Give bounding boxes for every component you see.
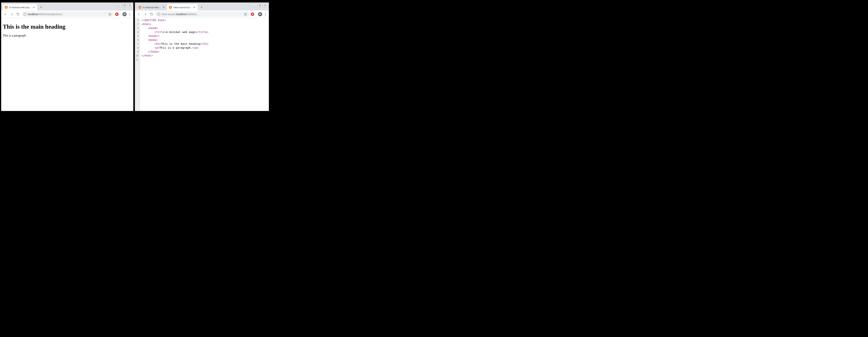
site-info-icon[interactable]: i xyxy=(157,13,160,16)
bookmark-star-icon[interactable] xyxy=(244,12,247,16)
line-number: 2 xyxy=(135,22,138,26)
source-line: </html> xyxy=(142,54,209,58)
svg-point-8 xyxy=(129,15,130,16)
line-number: 6 xyxy=(135,38,138,42)
svg-point-6 xyxy=(129,13,130,13)
svg-rect-2 xyxy=(124,4,125,6)
toolbar-separator xyxy=(256,12,256,16)
window-controls xyxy=(117,3,132,7)
svg-point-16 xyxy=(265,13,266,13)
line-number: 10 xyxy=(135,54,138,58)
window-maximize-button[interactable] xyxy=(122,3,127,7)
svg-point-18 xyxy=(265,15,266,16)
toolbar: i localhost:8000/examples/exa… M xyxy=(1,10,133,18)
reload-button[interactable] xyxy=(15,11,21,17)
tab-strip: A minimal web p ✕ view-source:loca ✕ + xyxy=(135,3,269,10)
tab-minimal-web-page[interactable]: A minimal web page ✕ xyxy=(3,4,37,10)
tab-close-icon[interactable]: ✕ xyxy=(162,6,165,9)
url-text: view-source:localhost:8000/ex… xyxy=(162,13,242,16)
browser-window-right: A minimal web p ✕ view-source:loca ✕ + xyxy=(135,2,269,111)
tab-view-source[interactable]: view-source:loca ✕ xyxy=(167,4,198,10)
page-paragraph: This is a paragraph. xyxy=(3,34,132,37)
window-close-button[interactable] xyxy=(127,3,132,7)
line-number: 11 xyxy=(135,58,138,62)
tab-title: view-source:loca xyxy=(174,6,192,9)
window-minimize-button[interactable] xyxy=(252,3,257,7)
line-number: 5 xyxy=(135,34,138,38)
svg-marker-5 xyxy=(108,13,111,16)
address-bar[interactable]: i view-source:localhost:8000/ex… xyxy=(155,11,249,17)
line-number: 4 xyxy=(135,30,138,34)
toolbar: i view-source:localhost:8000/ex… M xyxy=(135,10,269,18)
tab-close-icon[interactable]: ✕ xyxy=(32,6,35,9)
source-line: <html> xyxy=(142,22,209,26)
reload-button[interactable] xyxy=(149,11,155,17)
source-line xyxy=(142,58,209,62)
browser-menu-button[interactable] xyxy=(263,12,268,17)
page-content: 1234567891011 <!DOCTYPE html><html> <hea… xyxy=(135,18,269,111)
forward-button[interactable] xyxy=(9,11,14,17)
ublock-extension-icon[interactable] xyxy=(115,12,119,17)
tab-title: A minimal web p xyxy=(143,6,161,9)
address-bar[interactable]: i localhost:8000/examples/exa… xyxy=(22,11,114,17)
bookmark-star-icon[interactable] xyxy=(108,12,112,16)
source-line: <head/> xyxy=(142,34,209,38)
window-minimize-button[interactable] xyxy=(117,3,122,7)
tab-strip: A minimal web page ✕ + xyxy=(1,3,133,10)
source-line: </body> xyxy=(142,50,209,54)
svg-marker-15 xyxy=(244,13,247,16)
source-line: <title>A minimal web page</title> xyxy=(142,30,209,34)
line-number: 8 xyxy=(135,46,138,50)
tab-title: A minimal web page xyxy=(9,6,31,9)
tab-minimal-web-page[interactable]: A minimal web p ✕ xyxy=(136,4,167,10)
source-line: <body> xyxy=(142,38,209,42)
page-heading: This is the main heading xyxy=(3,23,132,30)
svg-point-0 xyxy=(6,6,6,7)
back-button[interactable] xyxy=(136,11,142,17)
forward-button[interactable] xyxy=(143,11,148,17)
ublock-extension-icon[interactable] xyxy=(250,12,255,17)
favicon-icon xyxy=(5,6,8,9)
line-number: 1 xyxy=(135,18,138,22)
svg-point-17 xyxy=(265,14,266,14)
profile-avatar-button[interactable]: M xyxy=(258,12,262,17)
source-line: <head> xyxy=(142,26,209,30)
svg-rect-12 xyxy=(259,4,260,6)
window-maximize-button[interactable] xyxy=(257,3,262,7)
source-line: <!DOCTYPE html> xyxy=(142,18,209,22)
browser-menu-button[interactable] xyxy=(127,12,132,17)
svg-point-10 xyxy=(170,6,171,7)
profile-avatar-button[interactable]: M xyxy=(122,12,127,17)
line-number: 3 xyxy=(135,26,138,30)
svg-point-9 xyxy=(140,6,140,7)
line-number: 7 xyxy=(135,42,138,46)
site-info-icon[interactable]: i xyxy=(23,13,26,16)
back-button[interactable] xyxy=(2,11,8,17)
line-number: 9 xyxy=(135,50,138,54)
window-controls xyxy=(252,3,268,7)
source-line: <p>This is a paragraph.</p> xyxy=(142,46,209,50)
window-close-button[interactable] xyxy=(263,3,268,7)
url-text: localhost:8000/examples/exa… xyxy=(28,13,107,16)
favicon-icon xyxy=(138,6,142,9)
view-source: 1234567891011 <!DOCTYPE html><html> <hea… xyxy=(135,18,269,111)
tab-close-icon[interactable]: ✕ xyxy=(193,6,196,9)
source-line: <h1>This is the main heading</h1> xyxy=(142,42,209,46)
new-tab-button[interactable]: + xyxy=(199,5,204,10)
source-code[interactable]: <!DOCTYPE html><html> <head> <title>A mi… xyxy=(140,18,210,111)
page-content: This is the main heading This is a parag… xyxy=(1,18,133,111)
line-number-gutter: 1234567891011 xyxy=(135,18,140,111)
svg-point-7 xyxy=(129,14,130,14)
browser-window-left: A minimal web page ✕ + i localhost:8000/… xyxy=(1,2,133,111)
new-tab-button[interactable]: + xyxy=(38,5,43,10)
favicon-icon xyxy=(169,6,172,9)
